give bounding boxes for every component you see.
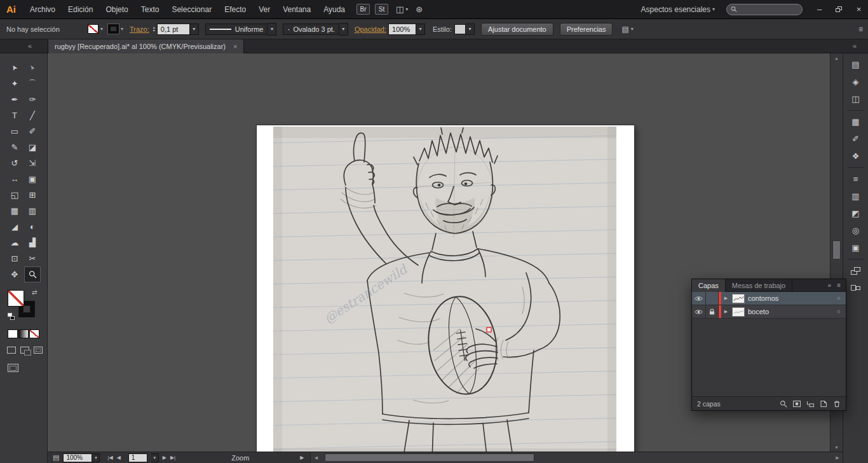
- appearance-panel-icon[interactable]: ◎: [847, 222, 865, 239]
- width-profile-dropdown[interactable]: Uniforme: [205, 24, 268, 35]
- direct-selection-tool[interactable]: ➢: [24, 60, 41, 76]
- zoom-level-field[interactable]: 100%: [63, 453, 92, 462]
- draw-normal-icon[interactable]: [7, 347, 16, 354]
- stroke-swatch[interactable]: [108, 24, 119, 34]
- chevron-down-icon[interactable]: ▾: [121, 26, 123, 32]
- visibility-toggle[interactable]: [692, 305, 706, 318]
- stroke-width-field[interactable]: 0,1 pt: [157, 24, 190, 35]
- menu-objeto[interactable]: Objeto: [99, 0, 134, 19]
- lock-toggle[interactable]: [706, 292, 719, 305]
- line-segment-tool[interactable]: ╱: [24, 107, 41, 123]
- horizontal-scrollbar[interactable]: ◀ ▶: [310, 452, 843, 463]
- new-layer-icon[interactable]: [820, 400, 827, 408]
- gradient-tool[interactable]: ▥: [24, 203, 41, 219]
- paintbrush-tool[interactable]: ✐: [24, 123, 41, 139]
- slice-tool[interactable]: ✂: [24, 251, 41, 266]
- fit-document-button[interactable]: Ajustar documento: [481, 23, 553, 36]
- layer-name[interactable]: boceto: [748, 308, 832, 315]
- none-button[interactable]: [29, 329, 39, 338]
- document-canvas[interactable]: @estrancewild: [273, 127, 616, 452]
- layer-name[interactable]: contornos: [748, 294, 832, 302]
- disclosure-triangle-icon[interactable]: ▶: [721, 296, 731, 301]
- target-circle-icon[interactable]: ○: [832, 295, 846, 301]
- menu-texto[interactable]: Texto: [135, 0, 166, 19]
- clipping-mask-icon[interactable]: [793, 400, 801, 408]
- color-panel-icon[interactable]: ▤: [847, 56, 865, 73]
- scroll-down-icon[interactable]: ▼: [831, 443, 843, 452]
- horizontal-scroll-thumb[interactable]: [325, 453, 534, 462]
- fill-color-indicator[interactable]: [8, 290, 24, 307]
- target-circle-icon[interactable]: ○: [832, 308, 846, 315]
- artboard-dropdown-icon[interactable]: ▾: [151, 453, 159, 462]
- style-dropdown[interactable]: ▾: [466, 24, 475, 35]
- menu-ventana[interactable]: Ventana: [276, 0, 317, 19]
- next-artboard-icon[interactable]: ▶: [163, 455, 166, 460]
- shape-builder-tool[interactable]: ◱: [6, 187, 23, 203]
- workspace-switcher[interactable]: Aspectos esenciales ▾: [641, 5, 715, 14]
- curvature-tool[interactable]: ✑: [24, 92, 41, 107]
- pen-tool[interactable]: ✒: [6, 92, 23, 107]
- symbol-sprayer-tool[interactable]: ☁: [6, 235, 23, 251]
- draw-behind-icon[interactable]: [20, 347, 29, 354]
- new-sublayer-icon[interactable]: [806, 400, 814, 408]
- controlbar-flyout-icon[interactable]: ≡: [858, 25, 863, 34]
- tab-capas[interactable]: Capas: [692, 279, 726, 292]
- swap-fill-stroke-icon[interactable]: ⇄: [32, 289, 37, 296]
- blend-tool[interactable]: ◐: [24, 219, 41, 235]
- color-button[interactable]: [8, 329, 18, 338]
- rectangle-tool[interactable]: ▭: [6, 123, 23, 139]
- hand-tool[interactable]: ✥: [6, 266, 23, 282]
- stroke-panel-link[interactable]: Trazo:: [130, 25, 149, 33]
- tab-close-icon[interactable]: ×: [233, 43, 237, 50]
- lock-toggle[interactable]: [706, 305, 719, 318]
- column-graph-tool[interactable]: ▟: [24, 235, 41, 251]
- delete-layer-icon[interactable]: [833, 400, 841, 408]
- visibility-toggle[interactable]: [692, 292, 706, 305]
- locate-object-icon[interactable]: [780, 400, 787, 408]
- menu-ayuda[interactable]: Ayuda: [317, 0, 351, 19]
- scale-tool[interactable]: ⇲: [24, 155, 41, 171]
- opacity-field[interactable]: 100%: [388, 24, 416, 35]
- width-tool[interactable]: ↔: [6, 171, 23, 187]
- bridge-button[interactable]: Br: [356, 4, 370, 15]
- free-transform-tool[interactable]: ▣: [24, 171, 41, 187]
- status-flyout-icon[interactable]: ▶: [300, 455, 304, 460]
- zoom-tool[interactable]: [24, 266, 41, 282]
- panel-options-button[interactable]: ▤ ▾: [621, 25, 633, 34]
- layer-row-boceto[interactable]: ▶ boceto ○: [692, 305, 846, 319]
- selection-tool[interactable]: ➤: [6, 60, 23, 76]
- selected-anchor-point[interactable]: [487, 328, 491, 332]
- menu-archivo[interactable]: Archivo: [24, 0, 62, 19]
- gpu-performance-icon[interactable]: ⊛: [416, 4, 423, 14]
- search-box[interactable]: [726, 4, 803, 15]
- swatches-panel-icon[interactable]: ▦: [847, 113, 865, 130]
- graphic-styles-panel-icon[interactable]: ▣: [847, 239, 865, 256]
- artboard-tool[interactable]: ⊡: [6, 251, 23, 266]
- panel-collapse-icon[interactable]: »: [828, 282, 832, 289]
- horizontal-scroll-track[interactable]: [321, 452, 832, 463]
- last-artboard-icon[interactable]: ▶|: [170, 455, 175, 460]
- default-fill-stroke-icon[interactable]: [8, 313, 15, 321]
- menu-edicion[interactable]: Edición: [62, 0, 99, 19]
- symbols-panel-icon[interactable]: ❖: [847, 148, 865, 165]
- vertical-scroll-thumb[interactable]: [832, 240, 841, 259]
- scroll-right-icon[interactable]: ▶: [832, 455, 843, 460]
- pencil-tool[interactable]: ✎: [6, 139, 23, 155]
- eyedropper-tool[interactable]: ◢: [6, 219, 23, 235]
- brush-definition-dropdown[interactable]: · Ovalado 3 pt.: [283, 24, 339, 35]
- eraser-tool[interactable]: ◪: [24, 139, 41, 155]
- dock-collapse-icon[interactable]: «: [853, 42, 857, 50]
- stepper-down-icon[interactable]: ▾: [153, 29, 155, 32]
- toolbar-collapse-icon[interactable]: «: [28, 42, 32, 50]
- restore-button[interactable]: [830, 3, 848, 16]
- stock-button[interactable]: St: [375, 4, 388, 15]
- disclosure-triangle-icon[interactable]: ▶: [721, 309, 731, 314]
- previous-artboard-icon[interactable]: ◀: [117, 455, 121, 460]
- menu-seleccionar[interactable]: Seleccionar: [165, 0, 218, 19]
- scroll-up-icon[interactable]: ▲: [831, 53, 843, 62]
- scroll-left-icon[interactable]: ◀: [311, 455, 321, 460]
- close-button[interactable]: ×: [850, 3, 868, 16]
- color-guide-panel-icon[interactable]: ◈: [847, 73, 865, 90]
- fill-swatch[interactable]: [88, 24, 98, 34]
- screen-mode-button[interactable]: [8, 364, 18, 372]
